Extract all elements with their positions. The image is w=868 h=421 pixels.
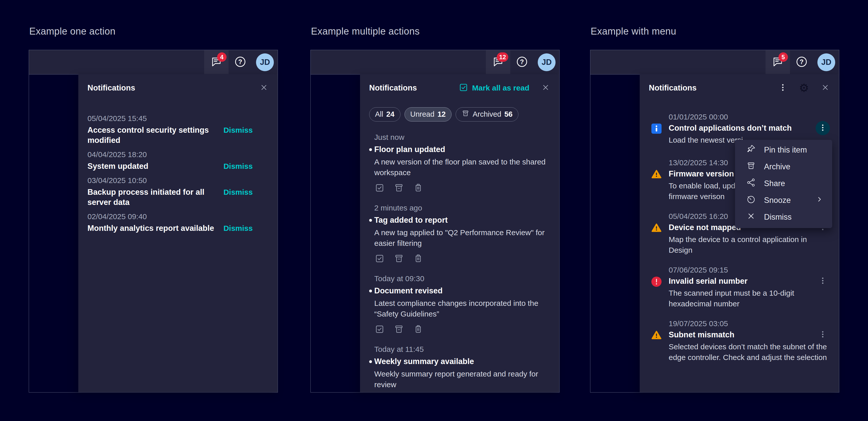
close-button[interactable]: [259, 83, 269, 93]
dismiss-button[interactable]: Dismiss: [223, 125, 253, 135]
notification-description: Map the device to a control application …: [669, 234, 830, 256]
chip-label: All: [375, 110, 383, 119]
menu-item-snooze[interactable]: Snooze: [735, 192, 832, 209]
close-button[interactable]: [541, 83, 550, 93]
unread-dot: [369, 290, 372, 292]
menu-item-pin[interactable]: Pin this item: [735, 141, 832, 158]
notification-group: Today at 09:30 Document revised Latest c…: [369, 274, 550, 334]
notifications-button[interactable]: 4: [204, 50, 228, 74]
group-timestamp: Just now: [374, 133, 550, 142]
filter-chip-all[interactable]: All 24: [369, 107, 400, 122]
notifications-button[interactable]: 12: [486, 50, 510, 74]
help-button[interactable]: ?: [516, 56, 528, 68]
menu-item-dismiss[interactable]: Dismiss: [735, 209, 832, 226]
example-one-action: Example one action 4 ? JD: [29, 0, 278, 421]
item-kebab-button[interactable]: [816, 328, 830, 342]
item-kebab-button[interactable]: [816, 121, 830, 135]
archive-icon: [746, 161, 756, 173]
notification-group: Just now Floor plan updated A new versio…: [369, 133, 550, 193]
notification-title: Weekly summary available: [374, 356, 550, 366]
archive-button[interactable]: [394, 183, 404, 193]
close-button[interactable]: [821, 83, 830, 93]
dismiss-button[interactable]: Dismiss: [223, 223, 253, 233]
avatar[interactable]: JD: [817, 54, 835, 71]
help-button[interactable]: ?: [234, 56, 246, 68]
chip-count: 12: [438, 110, 446, 119]
item-actions: [374, 324, 550, 334]
notification-description: A new version of the floor plan saved to…: [374, 157, 550, 178]
notification-groups: Just now Floor plan updated A new versio…: [369, 133, 550, 392]
notification-date: 07/06/2025 09:15: [669, 265, 830, 274]
notification-item: 05/04/2025 15:45 Access control security…: [88, 114, 269, 145]
mark-read-button[interactable]: [374, 253, 385, 264]
notification-count-badge: 4: [217, 52, 226, 62]
delete-button[interactable]: [413, 183, 424, 193]
example-heading: Example multiple actions: [311, 26, 420, 37]
context-menu: Pin this item Archive: [735, 140, 832, 228]
archive-button[interactable]: [394, 253, 404, 264]
notification-group: Today at 11:45 Weekly summary available …: [369, 345, 550, 392]
chip-label: Archived: [473, 110, 501, 119]
menu-item-archive[interactable]: Archive: [735, 158, 832, 175]
share-icon: [746, 178, 756, 189]
delete-button[interactable]: [413, 253, 424, 264]
unread-dot: [369, 360, 372, 363]
close-icon: [821, 83, 830, 93]
notification-date: 04/04/2025 18:20: [88, 150, 269, 159]
panel-title: Notifications: [369, 84, 459, 93]
notification-title: Subnet mismatch: [669, 330, 830, 340]
settings-button[interactable]: ⚙: [799, 84, 809, 93]
app-window: 4 ? JD Notifications: [29, 50, 278, 392]
menu-item-label: Share: [764, 179, 785, 188]
avatar[interactable]: JD: [538, 54, 556, 71]
panel-title: Notifications: [88, 84, 259, 93]
chevron-right-icon: [815, 195, 824, 205]
notification-date: 02/04/2025 09:40: [88, 212, 269, 221]
notification-date: 19/07/2025 03:05: [669, 319, 830, 328]
panel-kebab-button[interactable]: [778, 83, 787, 93]
help-button[interactable]: ?: [796, 56, 808, 68]
item-actions: [374, 253, 550, 264]
chip-label: Unread: [410, 110, 435, 119]
snooze-icon: [746, 194, 756, 206]
error-icon: [651, 277, 661, 287]
notification-title: Monthly analytics report available: [88, 223, 223, 233]
menu-item-share[interactable]: Share: [735, 175, 832, 192]
menu-item-label: Archive: [764, 162, 790, 171]
notification-item: 02/04/2025 09:40 Monthly analytics repor…: [88, 212, 269, 233]
mark-read-button[interactable]: [374, 183, 385, 193]
filter-chip-unread[interactable]: Unread 12: [404, 107, 452, 122]
close-icon: [259, 83, 269, 93]
panel-title: Notifications: [649, 84, 778, 93]
filter-chips: All 24 Unread 12 Archived 56: [369, 107, 550, 122]
menu-item-label: Pin this item: [764, 145, 807, 155]
group-timestamp: Today at 11:45: [374, 345, 550, 354]
unread-dot: [369, 148, 372, 151]
notification-list: 05/04/2025 15:45 Access control security…: [88, 114, 269, 233]
app-header: 12 ? JD: [311, 50, 559, 74]
notifications-button[interactable]: 5: [766, 50, 790, 74]
item-kebab-button[interactable]: [816, 274, 830, 288]
app-window: 12 ? JD Notifications: [310, 50, 560, 392]
question-circle-icon: ?: [234, 56, 246, 69]
mark-all-as-read[interactable]: Mark all as read: [459, 83, 529, 93]
mark-read-button[interactable]: [374, 324, 385, 334]
dismiss-button[interactable]: Dismiss: [223, 161, 253, 171]
settings-gear-icon: ⚙: [799, 84, 809, 93]
notification-title: Tag added to report: [374, 215, 550, 225]
app-window: 5 ? JD Notifications: [590, 50, 839, 392]
app-header: 5 ? JD: [590, 50, 839, 74]
dismiss-button[interactable]: Dismiss: [223, 187, 253, 197]
notification-group: 2 minutes ago Tag added to report A new …: [369, 203, 550, 264]
filter-chip-archived[interactable]: Archived 56: [456, 107, 519, 122]
delete-button[interactable]: [413, 324, 424, 334]
notification-date: 03/04/2025 10:50: [88, 176, 269, 185]
chip-count: 24: [386, 110, 394, 119]
question-circle-icon: ?: [516, 56, 528, 69]
item-actions: [374, 183, 550, 193]
avatar[interactable]: JD: [256, 54, 274, 71]
notification-item: 19/07/2025 03:05 Subnet mismatch Selecte…: [649, 319, 830, 363]
notification-title: Invalid serial number: [669, 276, 830, 286]
archive-button[interactable]: [394, 324, 404, 334]
notification-count-badge: 12: [497, 52, 508, 62]
